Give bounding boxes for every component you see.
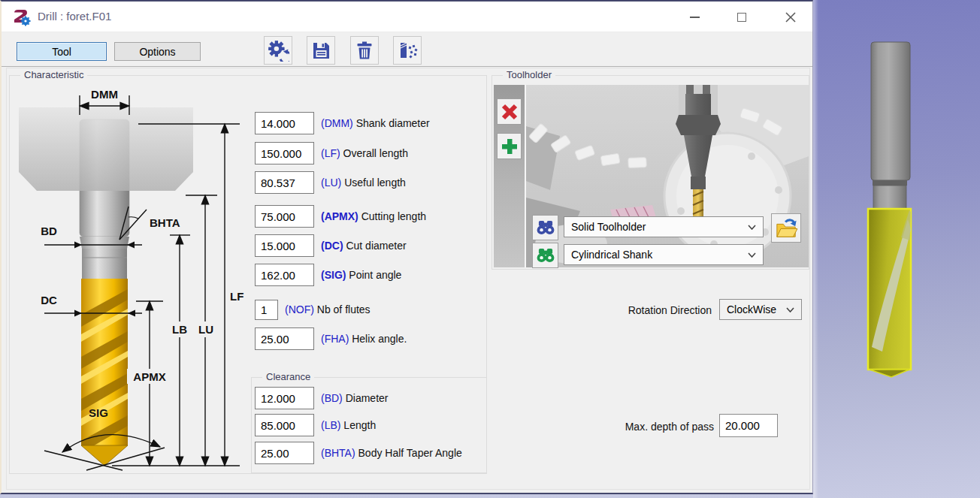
toolholder-preview-image [526,85,809,267]
shank-type-value: Cylindrical Shank [571,249,652,261]
clearance-length-input[interactable] [255,414,314,436]
field-label: Body Half Taper Angle [358,447,462,459]
search-shank-button[interactable] [532,243,558,268]
remove-toolholder-button[interactable] [497,98,522,125]
green-binoculars-icon [536,248,555,263]
minimize-icon [690,17,700,18]
drill-dimension-diagram: DMM LF LU LB APMX BD [16,85,256,472]
titlebar: Drill : foret.F01 [2,2,812,32]
field-label: Helix angle. [352,333,407,345]
field-code: (APMX) [321,210,358,222]
field-code: (FHA) [321,333,349,345]
tab-options[interactable]: Options [114,42,201,61]
cutting-length-input[interactable] [255,205,314,228]
field-clearance-length: (LB) Length [255,414,376,436]
settings-refresh-button[interactable] [264,36,292,65]
clearance-group-title: Clearance [262,371,314,382]
rotation-direction-label: Rotation Direction [580,304,712,316]
field-nb-of-flutes: (NOF) Nb of flutes [255,298,371,321]
trash-icon [354,40,375,61]
helix-angle-input[interactable] [255,327,314,350]
svg-text:DMM: DMM [91,88,118,101]
shank-type-select[interactable]: Cylindrical Shank [564,244,764,265]
save-icon [310,40,331,61]
drill-dialog-window: Drill : foret.F01 Tool Options [0,0,813,494]
field-label: Overall length [343,147,408,159]
add-toolholder-button[interactable] [497,133,522,159]
field-label: Length [343,419,376,431]
close-icon [785,12,796,23]
useful-length-input[interactable] [255,171,314,194]
minimize-button[interactable] [682,6,706,29]
field-label: Useful length [344,177,406,189]
maximize-icon [737,13,746,22]
delete-button[interactable] [350,36,379,65]
field-code: (BD) [321,392,343,404]
svg-text:LB: LB [172,323,187,336]
chevron-down-icon [748,252,756,258]
field-code: (DC) [321,240,343,252]
close-button[interactable] [779,6,803,29]
field-label: Cutting length [361,210,426,222]
field-label: Diameter [346,392,389,404]
svg-text:SIG: SIG [89,406,108,419]
gear-refresh-icon [267,39,289,62]
field-cutting-length: (APMX) Cutting length [255,205,426,228]
field-code: (LB) [321,419,340,431]
window-title: Drill : foret.F01 [38,10,111,23]
field-helix-angle: (FHA) Helix angle. [255,327,407,350]
toolbar: Tool Options [2,33,812,67]
solid-toolholder-value: Solid Toolholder [571,221,646,233]
field-shank-diameter: (DMM) Shank diameter [255,112,430,134]
field-useful-length: (LU) Useful length [255,171,406,194]
shank-diameter-input[interactable] [255,112,314,134]
rotation-direction-select[interactable]: ClockWise [719,299,802,320]
field-label: Cut diameter [346,240,406,252]
svg-text:BHTA: BHTA [150,216,180,229]
field-body-half-taper-angle: (BHTA) Body Half Taper Angle [255,442,462,464]
tool-3d-viewport[interactable] [813,0,980,498]
red-x-icon [501,104,518,120]
svg-text:APMX: APMX [133,370,165,383]
toolholder-group: Toolholder [492,75,809,270]
tab-tool[interactable]: Tool [17,42,107,61]
field-code: (LF) [321,147,340,159]
tool-chips-button[interactable] [393,36,422,65]
nb-of-flutes-input[interactable] [255,300,278,320]
field-code: (DMM) [321,117,353,129]
field-label: Point angle [349,269,401,281]
svg-text:LU: LU [198,323,213,336]
tool-chips-icon [396,39,419,62]
open-toolholder-file-button[interactable] [771,213,801,243]
body-half-taper-angle-input[interactable] [255,442,314,464]
green-plus-icon [501,137,519,155]
max-depth-of-pass-input[interactable] [719,414,778,437]
rotation-direction-value: ClockWise [727,303,776,315]
point-angle-input[interactable] [255,264,314,286]
chevron-down-icon [786,307,794,312]
maximize-button[interactable] [730,6,754,29]
app-logo-icon [11,8,31,26]
open-folder-icon [775,217,797,240]
clearance-diameter-input[interactable] [255,387,314,409]
drill-3d-render [813,0,980,498]
save-button[interactable] [307,36,335,65]
svg-text:BD: BD [41,225,57,237]
overall-length-input[interactable] [255,142,314,164]
field-code: (NOF) [285,303,314,315]
chevron-down-icon [748,225,756,230]
field-overall-length: (LF) Overall length [255,142,408,164]
field-point-angle: (SIG) Point angle [255,264,401,286]
search-toolholder-button[interactable] [532,215,558,240]
field-code: (SIG) [321,269,346,281]
field-cut-diameter: (DC) Cut diameter [255,234,407,257]
svg-text:LF: LF [230,290,243,303]
characteristic-group-title: Characteristic [20,69,87,80]
max-depth-of-pass-label: Max. depth of pass [580,421,714,433]
field-label: Nb of flutes [317,303,371,315]
field-label: Shank diameter [356,117,430,129]
svg-text:DC: DC [41,294,57,306]
solid-toolholder-select[interactable]: Solid Toolholder [564,216,764,237]
cut-diameter-input[interactable] [255,234,314,257]
field-clearance-diameter: (BD) Diameter [255,387,388,409]
